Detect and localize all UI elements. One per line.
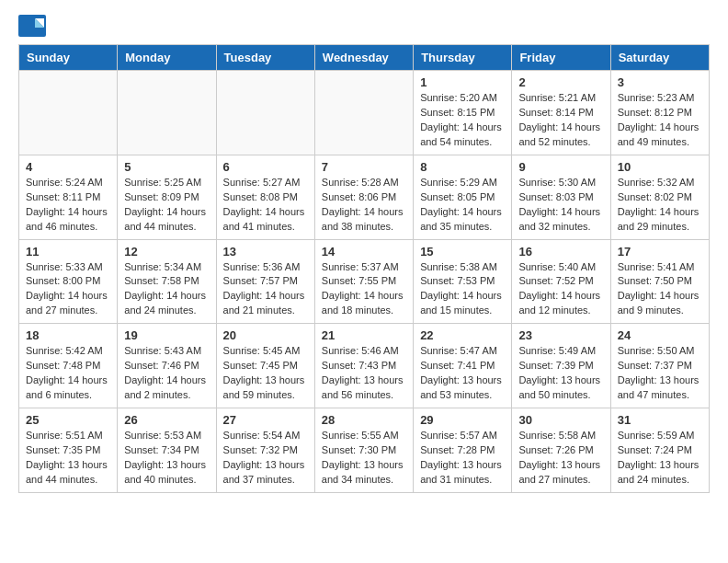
day-info: Sunrise: 5:34 AMSunset: 7:58 PMDaylight:… <box>124 260 209 319</box>
day-number: 21 <box>322 328 406 342</box>
day-number: 2 <box>518 75 603 89</box>
day-number: 10 <box>618 160 702 174</box>
day-number: 11 <box>26 245 110 259</box>
weekday-header: Saturday <box>610 45 709 71</box>
day-number: 8 <box>420 160 505 174</box>
day-info: Sunrise: 5:38 AMSunset: 7:53 PMDaylight:… <box>420 260 505 319</box>
weekday-header: Wednesday <box>314 45 413 71</box>
calendar-cell: 15Sunrise: 5:38 AMSunset: 7:53 PMDayligh… <box>414 239 512 324</box>
day-number: 27 <box>223 413 308 427</box>
header <box>18 15 710 37</box>
day-number: 1 <box>420 75 505 89</box>
day-info: Sunrise: 5:29 AMSunset: 8:05 PMDaylight:… <box>420 176 505 235</box>
day-number: 31 <box>618 413 702 427</box>
day-info: Sunrise: 5:46 AMSunset: 7:43 PMDaylight:… <box>322 344 406 403</box>
calendar-cell: 5Sunrise: 5:25 AMSunset: 8:09 PMDaylight… <box>118 155 216 239</box>
day-info: Sunrise: 5:45 AMSunset: 7:45 PMDaylight:… <box>223 344 308 403</box>
week-row: 18Sunrise: 5:42 AMSunset: 7:48 PMDayligh… <box>19 324 710 408</box>
calendar-cell: 25Sunrise: 5:51 AMSunset: 7:35 PMDayligh… <box>19 408 118 493</box>
calendar-cell: 26Sunrise: 5:53 AMSunset: 7:34 PMDayligh… <box>118 408 216 493</box>
page-container: SundayMondayTuesdayWednesdayThursdayFrid… <box>0 0 728 508</box>
day-info: Sunrise: 5:41 AMSunset: 7:50 PMDaylight:… <box>618 260 702 319</box>
day-info: Sunrise: 5:49 AMSunset: 7:39 PMDaylight:… <box>518 344 603 403</box>
day-info: Sunrise: 5:50 AMSunset: 7:37 PMDaylight:… <box>618 344 702 403</box>
day-info: Sunrise: 5:51 AMSunset: 7:35 PMDaylight:… <box>26 429 110 488</box>
week-row: 25Sunrise: 5:51 AMSunset: 7:35 PMDayligh… <box>19 408 710 493</box>
calendar-cell: 16Sunrise: 5:40 AMSunset: 7:52 PMDayligh… <box>512 239 610 324</box>
logo <box>18 15 50 37</box>
calendar-cell: 11Sunrise: 5:33 AMSunset: 8:00 PMDayligh… <box>19 239 118 324</box>
calendar-cell: 7Sunrise: 5:28 AMSunset: 8:06 PMDaylight… <box>314 155 413 239</box>
day-info: Sunrise: 5:23 AMSunset: 8:12 PMDaylight:… <box>618 91 702 150</box>
day-info: Sunrise: 5:58 AMSunset: 7:26 PMDaylight:… <box>518 429 603 488</box>
calendar-cell: 27Sunrise: 5:54 AMSunset: 7:32 PMDayligh… <box>216 408 314 493</box>
day-info: Sunrise: 5:20 AMSunset: 8:15 PMDaylight:… <box>420 91 505 150</box>
day-number: 4 <box>26 160 110 174</box>
day-number: 17 <box>618 245 702 259</box>
day-number: 24 <box>618 328 702 342</box>
day-number: 16 <box>518 245 603 259</box>
day-info: Sunrise: 5:37 AMSunset: 7:55 PMDaylight:… <box>322 260 406 319</box>
day-number: 3 <box>618 75 702 89</box>
calendar-cell: 24Sunrise: 5:50 AMSunset: 7:37 PMDayligh… <box>610 324 709 408</box>
week-row: 4Sunrise: 5:24 AMSunset: 8:11 PMDaylight… <box>19 155 710 239</box>
day-info: Sunrise: 5:33 AMSunset: 8:00 PMDaylight:… <box>26 260 110 319</box>
day-number: 30 <box>518 413 603 427</box>
day-number: 20 <box>223 328 308 342</box>
calendar-cell: 12Sunrise: 5:34 AMSunset: 7:58 PMDayligh… <box>118 239 216 324</box>
weekday-header: Sunday <box>19 45 118 71</box>
calendar-cell: 28Sunrise: 5:55 AMSunset: 7:30 PMDayligh… <box>314 408 413 493</box>
calendar-cell: 23Sunrise: 5:49 AMSunset: 7:39 PMDayligh… <box>512 324 610 408</box>
calendar-cell <box>314 71 413 155</box>
day-info: Sunrise: 5:54 AMSunset: 7:32 PMDaylight:… <box>223 429 308 488</box>
day-number: 15 <box>420 245 505 259</box>
day-info: Sunrise: 5:27 AMSunset: 8:08 PMDaylight:… <box>223 176 308 235</box>
calendar-cell: 19Sunrise: 5:43 AMSunset: 7:46 PMDayligh… <box>118 324 216 408</box>
day-info: Sunrise: 5:28 AMSunset: 8:06 PMDaylight:… <box>322 176 406 235</box>
day-info: Sunrise: 5:42 AMSunset: 7:48 PMDaylight:… <box>26 344 110 403</box>
day-number: 26 <box>124 413 209 427</box>
header-row: SundayMondayTuesdayWednesdayThursdayFrid… <box>19 45 710 71</box>
logo-icon <box>18 15 46 37</box>
calendar-cell <box>216 71 314 155</box>
calendar-cell: 13Sunrise: 5:36 AMSunset: 7:57 PMDayligh… <box>216 239 314 324</box>
day-info: Sunrise: 5:59 AMSunset: 7:24 PMDaylight:… <box>618 429 702 488</box>
week-row: 1Sunrise: 5:20 AMSunset: 8:15 PMDaylight… <box>19 71 710 155</box>
day-info: Sunrise: 5:30 AMSunset: 8:03 PMDaylight:… <box>518 176 603 235</box>
day-info: Sunrise: 5:25 AMSunset: 8:09 PMDaylight:… <box>124 176 209 235</box>
calendar-cell: 31Sunrise: 5:59 AMSunset: 7:24 PMDayligh… <box>610 408 709 493</box>
day-info: Sunrise: 5:55 AMSunset: 7:30 PMDaylight:… <box>322 429 406 488</box>
calendar-cell <box>118 71 216 155</box>
day-info: Sunrise: 5:53 AMSunset: 7:34 PMDaylight:… <box>124 429 209 488</box>
calendar-cell <box>19 71 118 155</box>
day-number: 9 <box>518 160 603 174</box>
calendar-table: SundayMondayTuesdayWednesdayThursdayFrid… <box>18 44 710 493</box>
day-info: Sunrise: 5:43 AMSunset: 7:46 PMDaylight:… <box>124 344 209 403</box>
calendar-cell: 6Sunrise: 5:27 AMSunset: 8:08 PMDaylight… <box>216 155 314 239</box>
day-number: 25 <box>26 413 110 427</box>
day-number: 6 <box>223 160 308 174</box>
calendar-cell: 22Sunrise: 5:47 AMSunset: 7:41 PMDayligh… <box>414 324 512 408</box>
calendar-cell: 9Sunrise: 5:30 AMSunset: 8:03 PMDaylight… <box>512 155 610 239</box>
day-number: 28 <box>322 413 406 427</box>
calendar-cell: 3Sunrise: 5:23 AMSunset: 8:12 PMDaylight… <box>610 71 709 155</box>
day-info: Sunrise: 5:24 AMSunset: 8:11 PMDaylight:… <box>26 176 110 235</box>
day-number: 18 <box>26 328 110 342</box>
day-number: 13 <box>223 245 308 259</box>
weekday-header: Thursday <box>414 45 512 71</box>
day-number: 7 <box>322 160 406 174</box>
day-number: 19 <box>124 328 209 342</box>
calendar-cell: 1Sunrise: 5:20 AMSunset: 8:15 PMDaylight… <box>414 71 512 155</box>
weekday-header: Tuesday <box>216 45 314 71</box>
calendar-cell: 21Sunrise: 5:46 AMSunset: 7:43 PMDayligh… <box>314 324 413 408</box>
day-info: Sunrise: 5:36 AMSunset: 7:57 PMDaylight:… <box>223 260 308 319</box>
calendar-cell: 18Sunrise: 5:42 AMSunset: 7:48 PMDayligh… <box>19 324 118 408</box>
day-number: 5 <box>124 160 209 174</box>
day-number: 22 <box>420 328 505 342</box>
day-info: Sunrise: 5:40 AMSunset: 7:52 PMDaylight:… <box>518 260 603 319</box>
calendar-cell: 17Sunrise: 5:41 AMSunset: 7:50 PMDayligh… <box>610 239 709 324</box>
week-row: 11Sunrise: 5:33 AMSunset: 8:00 PMDayligh… <box>19 239 710 324</box>
calendar-cell: 10Sunrise: 5:32 AMSunset: 8:02 PMDayligh… <box>610 155 709 239</box>
day-number: 23 <box>518 328 603 342</box>
day-number: 29 <box>420 413 505 427</box>
